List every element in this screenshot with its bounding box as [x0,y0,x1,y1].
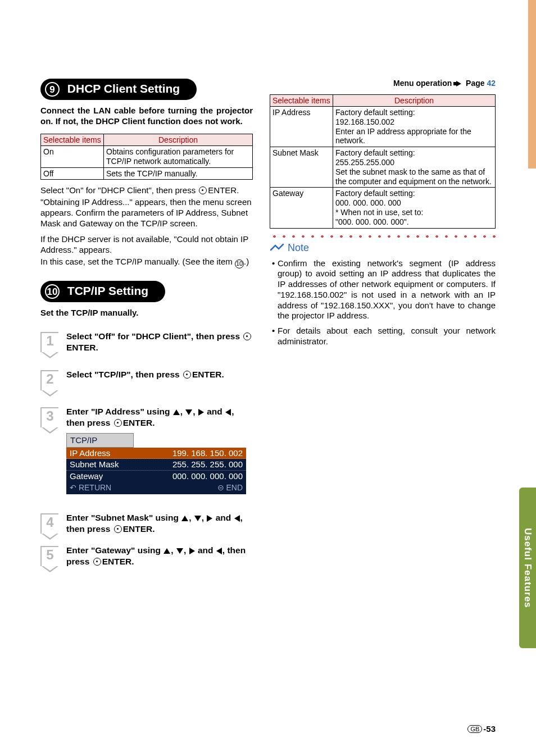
step-5-number: 5 [40,546,58,566]
right-icon [198,409,204,416]
section-9-p4: In this case, set the TCP/IP manually. (… [40,257,253,268]
up-icon [181,516,188,521]
return-label: ↶ RETURN [70,482,111,493]
up-icon [163,548,170,554]
enter-icon [243,333,251,340]
section-9-p2: "Obtaining IP Address..." appears, then … [40,197,253,229]
table-row: Gateway Factory default setting: 000. 00… [270,188,496,228]
side-tab: Useful Features [519,488,536,648]
page-link[interactable]: 42 [487,79,496,88]
table-row: Subnet Mask Factory default setting: 255… [270,147,496,188]
dhcp-table-col1: Selectable items [41,134,104,145]
step-1: 1 Select "Off" for "DHCP Client", then p… [40,331,253,353]
note-icon [270,242,284,253]
menu-operation-ref: Menu operation Page 42 [270,79,496,88]
down-icon [185,409,192,415]
page-edge-decoration [528,0,536,168]
dhcp-table-col2: Description [104,134,253,145]
right-icon [189,548,195,554]
step-5: 5 Enter "Gateway" using , , and , then p… [40,545,253,567]
enter-icon [199,186,207,194]
table-row: On Obtains configuration parameters for … [41,145,253,167]
down-icon [176,548,183,554]
end-label: ⊝ END [217,482,243,493]
note-divider [270,234,496,239]
up-icon [173,409,180,415]
section-9-p3: If the DHCP server is not available, "Co… [40,234,253,256]
page-footer: GB-53 [467,724,496,734]
step-3: 3 Enter "IP Address" using , , and , the… [40,406,253,494]
note-list: Confirm the existing network's segment (… [270,258,496,347]
enter-icon [183,371,191,379]
section-10-number: 10 [45,284,60,299]
note-item: For details about each setting, consult … [272,326,496,347]
note-heading: Note [270,242,496,254]
section-9-heading: 9 DHCP Client Setting [40,79,197,100]
left-icon [216,548,222,554]
section-9-number: 9 [45,82,60,97]
section-10-intro: Set the TCP/IP manually. [40,308,253,318]
right-icon [207,515,212,522]
enter-icon [114,525,122,533]
tcpip-screenshot: TCP/IP IP Address 199. 168. 150. 002 Sub… [66,433,246,494]
step-4-number: 4 [40,513,58,534]
table-row: IP Address Factory default setting: 192.… [270,107,496,147]
tcpip-defaults-table: Selectable items Description IP Address … [270,94,496,229]
down-icon [194,516,201,521]
section-10-heading: 10 TCP/IP Setting [40,281,165,302]
left-icon [225,409,231,416]
dhcp-table: Selectable items Description On Obtains … [40,134,253,180]
table-row: Off Sets the TCP/IP manually. [41,167,253,180]
step-4: 4 Enter "Subnet Mask" using , , and , th… [40,512,253,535]
section-10-title: TCP/IP Setting [67,284,148,297]
section-9-p1: Select "On" for "DHCP Client", then pres… [40,185,253,196]
step-3-number: 3 [40,407,58,427]
left-icon [234,515,240,522]
section-9-intro: Connect the LAN cable before turning the… [40,106,253,127]
enter-icon [93,558,101,566]
step-1-number: 1 [40,332,58,352]
step-2-number: 2 [40,370,58,390]
enter-icon [114,419,122,427]
section-9-title: DHCP Client Setting [67,82,180,95]
step-2: 2 Select "TCP/IP", then press ENTER. [40,369,253,390]
arrow-right-icon [456,81,461,86]
item-10-ref-icon: 10 [235,259,244,268]
note-item: Confirm the existing network's segment (… [272,258,496,322]
